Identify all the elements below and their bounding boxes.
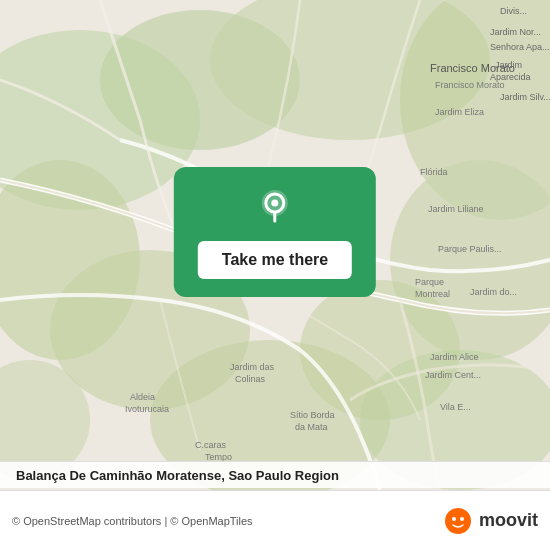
svg-text:Parque: Parque: [415, 277, 444, 287]
take-me-there-button[interactable]: Take me there: [198, 241, 352, 279]
svg-text:Parque Paulis...: Parque Paulis...: [438, 244, 502, 254]
svg-text:Colinas: Colinas: [235, 374, 266, 384]
svg-text:Aldeia: Aldeia: [130, 392, 155, 402]
svg-text:Jardim Silv...: Jardim Silv...: [500, 92, 550, 102]
svg-text:Senhora Apa...: Senhora Apa...: [490, 42, 550, 52]
bottom-bar: © OpenStreetMap contributors | © OpenMap…: [0, 490, 550, 550]
location-card: Take me there: [174, 167, 376, 297]
location-pin-icon: [253, 185, 297, 229]
svg-point-40: [271, 200, 278, 207]
map-container: Francisco Morato Francisco Morato Jardim…: [0, 0, 550, 490]
svg-text:Divis...: Divis...: [500, 6, 527, 16]
moovit-brand-text: moovit: [479, 510, 538, 531]
svg-text:Flórida: Flórida: [420, 167, 448, 177]
svg-text:Jardim Cent...: Jardim Cent...: [425, 370, 481, 380]
svg-text:Sítio Borda: Sítio Borda: [290, 410, 335, 420]
svg-text:Jardim Eliza: Jardim Eliza: [435, 107, 484, 117]
svg-text:Jardim Liliane: Jardim Liliane: [428, 204, 484, 214]
svg-text:Jardim Alice: Jardim Alice: [430, 352, 479, 362]
moovit-face-icon: [445, 508, 471, 534]
svg-point-42: [452, 517, 456, 521]
location-label-bar: Balança De Caminhão Moratense, Sao Paulo…: [0, 461, 550, 488]
svg-text:Vila E...: Vila E...: [440, 402, 471, 412]
copyright-text: © OpenStreetMap contributors | © OpenMap…: [12, 515, 437, 527]
location-label: Balança De Caminhão Moratense, Sao Paulo…: [16, 468, 339, 483]
svg-point-43: [460, 517, 464, 521]
svg-text:C.caras: C.caras: [195, 440, 227, 450]
svg-text:Jardim: Jardim: [495, 60, 522, 70]
svg-text:Jardim do...: Jardim do...: [470, 287, 517, 297]
svg-text:Jardim Nor...: Jardim Nor...: [490, 27, 541, 37]
svg-text:Montreal: Montreal: [415, 289, 450, 299]
svg-text:Jardim das: Jardim das: [230, 362, 275, 372]
svg-text:Aparecida: Aparecida: [490, 72, 531, 82]
svg-text:Ivoturucaia: Ivoturucaia: [125, 404, 169, 414]
svg-text:da Mata: da Mata: [295, 422, 328, 432]
svg-point-41: [445, 508, 471, 534]
